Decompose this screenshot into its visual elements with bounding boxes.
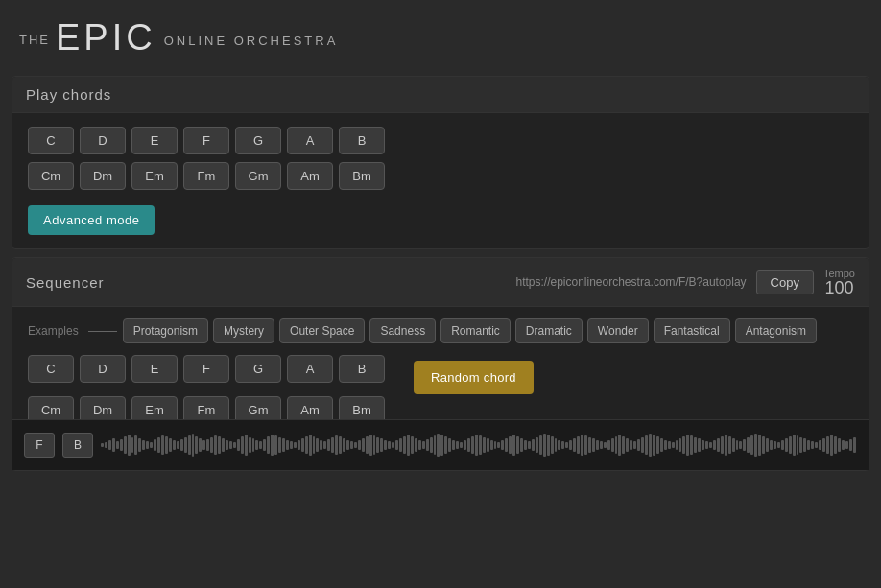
waveform-bar: [366, 436, 369, 454]
waveform-bar: [781, 440, 784, 450]
waveform-bar: [630, 440, 632, 450]
playback-key-f[interactable]: F: [24, 433, 55, 458]
waveform-bar: [487, 438, 489, 452]
waveform-bar: [456, 441, 459, 449]
chord-button-am[interactable]: Am: [287, 162, 333, 190]
waveform-bar: [842, 440, 845, 450]
seq-chord-button-a[interactable]: A: [287, 355, 333, 383]
chord-button-gm[interactable]: Gm: [235, 162, 281, 190]
waveform-bar: [682, 436, 685, 454]
sequencer-header: Sequencer https://epiconlineorchestra.co…: [12, 258, 869, 307]
chord-button-a[interactable]: A: [287, 127, 333, 154]
waveform-bar: [373, 435, 376, 455]
seq-chord-button-g[interactable]: G: [235, 355, 281, 383]
waveform-bar: [146, 441, 149, 449]
example-btn-outer-space[interactable]: Outer Space: [279, 318, 365, 343]
header-epic: EPIC: [56, 17, 156, 59]
waveform-bar: [497, 442, 500, 448]
copy-button[interactable]: Copy: [756, 270, 814, 294]
chord-button-b[interactable]: B: [339, 127, 385, 154]
waveform-bar: [622, 436, 625, 454]
waveform-bar: [717, 438, 720, 452]
seq-chord-button-c[interactable]: C: [28, 355, 74, 383]
waveform-bar: [362, 438, 365, 452]
waveform-bar: [263, 439, 266, 451]
chord-button-e[interactable]: E: [131, 127, 178, 154]
example-btn-antagonism[interactable]: Antagonism: [735, 318, 817, 343]
example-btn-mystery[interactable]: Mystery: [213, 318, 274, 343]
waveform-bar: [116, 441, 119, 449]
chord-button-bm[interactable]: Bm: [339, 162, 385, 190]
chord-button-c[interactable]: C: [28, 127, 74, 154]
waveform-bar: [528, 441, 531, 449]
chord-button-dm[interactable]: Dm: [80, 162, 126, 190]
waveform-bar: [150, 442, 153, 448]
chord-button-g[interactable]: G: [235, 127, 281, 154]
example-btn-romantic[interactable]: Romantic: [440, 318, 511, 343]
examples-label: Examples: [28, 324, 79, 338]
example-btn-sadness[interactable]: Sadness: [369, 318, 436, 343]
random-chord-button[interactable]: Random chord: [414, 361, 534, 394]
major-chord-row: CDEFGAB: [28, 127, 853, 154]
examples-row: Examples ProtagonismMysteryOuter SpaceSa…: [28, 318, 853, 343]
waveform-bar: [536, 437, 538, 453]
waveform-bar: [475, 435, 478, 456]
waveform-bar: [565, 442, 568, 448]
waveform-bar: [388, 441, 391, 449]
seq-chord-button-d[interactable]: D: [80, 355, 126, 383]
waveform-bar: [165, 436, 168, 454]
example-btn-dramatic[interactable]: Dramatic: [515, 318, 583, 343]
waveform: [101, 428, 857, 462]
waveform-bar: [633, 441, 636, 449]
waveform-bar: [335, 435, 338, 455]
waveform-bar: [241, 436, 244, 454]
waveform-bar: [694, 437, 697, 453]
waveform-bar: [177, 441, 179, 449]
waveform-bar: [645, 435, 648, 455]
random-chord-area: Random chord: [414, 355, 534, 394]
waveform-bar: [320, 440, 322, 450]
chord-button-f[interactable]: F: [183, 127, 229, 154]
playback-bar: FB: [12, 419, 869, 470]
advanced-mode-button[interactable]: Advanced mode: [28, 205, 155, 235]
waveform-bar: [271, 435, 274, 456]
header-the: THE: [19, 33, 50, 47]
waveform-bar: [728, 436, 731, 454]
waveform-bar: [399, 438, 402, 452]
waveform-bar: [350, 441, 353, 449]
chord-button-d[interactable]: D: [80, 127, 126, 154]
waveform-bar: [415, 438, 417, 452]
seq-chord-button-f[interactable]: F: [183, 355, 229, 383]
waveform-bar: [403, 436, 406, 454]
waveform-bar: [233, 442, 236, 448]
waveform-bar: [157, 437, 160, 453]
waveform-bar: [192, 434, 195, 457]
waveform-bar: [199, 438, 202, 452]
waveform-bar: [290, 441, 293, 449]
waveform-bar: [452, 440, 455, 450]
example-btn-wonder[interactable]: Wonder: [587, 318, 649, 343]
chord-button-fm[interactable]: Fm: [183, 162, 229, 190]
waveform-bar: [120, 439, 123, 451]
waveform-bar: [501, 440, 504, 450]
chord-button-em[interactable]: Em: [131, 162, 178, 190]
chord-button-cm[interactable]: Cm: [28, 162, 74, 190]
waveform-bar: [834, 436, 837, 454]
waveform-bar: [797, 435, 799, 455]
waveform-bar: [422, 441, 425, 449]
waveform-bar: [799, 437, 802, 453]
seq-chord-button-e[interactable]: E: [131, 355, 178, 383]
waveform-bar: [138, 438, 141, 452]
seq-chord-button-b[interactable]: B: [339, 355, 385, 383]
waveform-bar: [252, 438, 255, 452]
waveform-bar: [811, 441, 814, 449]
sequencer-url-area: https://epiconlineorchestra.com/F/B?auto…: [515, 268, 855, 296]
waveform-bar: [524, 440, 527, 450]
example-btn-protagonism[interactable]: Protagonism: [123, 318, 208, 343]
waveform-bar: [418, 440, 421, 450]
example-btn-fantastical[interactable]: Fantastical: [654, 318, 730, 343]
playback-key-b[interactable]: B: [62, 433, 93, 458]
waveform-bar: [255, 440, 258, 450]
waveform-bar: [577, 436, 580, 454]
waveform-bar: [278, 437, 281, 453]
